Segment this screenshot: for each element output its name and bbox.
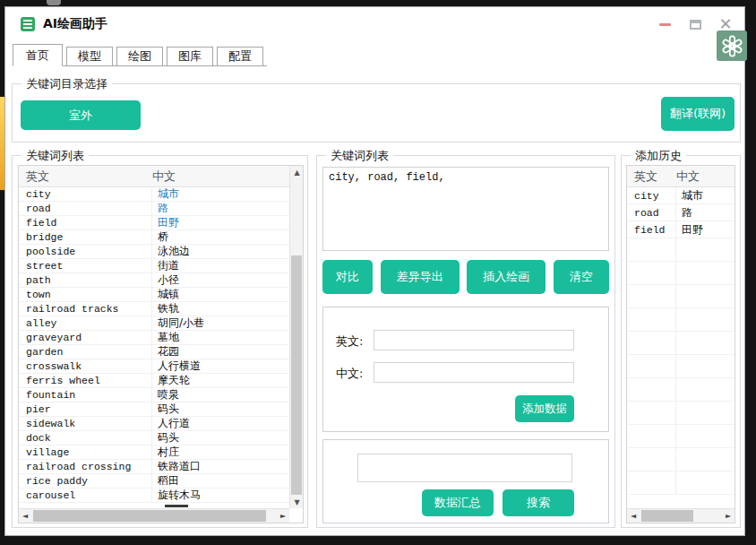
- clipped-row: [19, 503, 289, 507]
- keyword-english: sidewalk: [19, 417, 152, 430]
- tab-home[interactable]: 首页: [13, 44, 63, 66]
- history-row[interactable]: city城市: [627, 187, 735, 204]
- keyword-row[interactable]: village村庄: [19, 446, 289, 460]
- scroll-right-icon[interactable]: ►: [722, 509, 735, 523]
- keyword-english: field: [19, 216, 152, 229]
- history-empty-row: [627, 262, 735, 285]
- horizontal-scrollbar[interactable]: ◄ ►: [19, 508, 289, 523]
- keyword-row[interactable]: path小径: [19, 273, 289, 288]
- keyword-row[interactable]: street街道: [19, 259, 289, 273]
- horizontal-scroll-thumb[interactable]: [33, 510, 266, 522]
- history-empty-row: [627, 308, 735, 332]
- vertical-scrollbar[interactable]: ▲ ▼: [289, 166, 303, 508]
- english-input[interactable]: [374, 330, 574, 350]
- keyword-chinese: 铁路道口: [152, 459, 201, 474]
- history-scroll-thumb[interactable]: [641, 510, 693, 522]
- tab-drawing[interactable]: 绘图: [116, 47, 163, 65]
- keyword-chinese: 村庄: [152, 445, 179, 460]
- keyword-english: dock: [19, 431, 152, 445]
- search-input[interactable]: [357, 454, 572, 482]
- keyword-row[interactable]: railroad tracks铁轨: [19, 302, 289, 316]
- keyword-row[interactable]: carousel旋转木马: [19, 489, 289, 503]
- keyword-row[interactable]: crosswalk人行横道: [19, 359, 289, 374]
- keyword-row[interactable]: sidewalk人行道: [19, 417, 289, 431]
- history-chinese: 城市: [676, 188, 703, 203]
- history-row[interactable]: road路: [627, 204, 735, 221]
- keyword-english: path: [19, 273, 152, 287]
- history-empty-row: [627, 238, 735, 262]
- history-chinese: 田野: [676, 222, 703, 238]
- keyword-row[interactable]: pier码头: [19, 402, 289, 417]
- clear-button[interactable]: 清空: [554, 260, 609, 294]
- keyword-chinese: 胡同/小巷: [152, 316, 204, 331]
- history-english: road: [627, 204, 676, 221]
- insert-drawing-button[interactable]: 插入绘画: [467, 260, 546, 294]
- translate-online-button[interactable]: 翻译(联网): [661, 97, 735, 131]
- keyword-row[interactable]: alley胡同/小巷: [19, 316, 289, 331]
- keyword-english: town: [19, 288, 152, 301]
- keyword-row[interactable]: rice paddy稻田: [19, 474, 289, 489]
- keyword-chinese: 摩天轮: [152, 373, 190, 388]
- keyword-english: bridge: [19, 230, 152, 244]
- keyword-row[interactable]: fountain喷泉: [19, 388, 289, 402]
- history-english: field: [627, 221, 676, 238]
- keyword-chinese: 码头: [152, 402, 179, 417]
- keyword-row[interactable]: field田野: [19, 216, 289, 230]
- history-horizontal-scrollbar[interactable]: ◄ ►: [627, 508, 735, 523]
- keyword-row[interactable]: city城市: [19, 187, 289, 202]
- category-outdoor-button[interactable]: 室外: [21, 100, 141, 130]
- keyword-english: village: [19, 446, 152, 459]
- keyword-english: carousel: [19, 489, 152, 502]
- data-summary-button[interactable]: 数据汇总: [422, 489, 494, 516]
- keyword-chinese: 泳池边: [152, 244, 190, 259]
- history-column-english: 英文: [627, 169, 676, 185]
- scroll-left-icon[interactable]: ◄: [19, 509, 31, 523]
- maximize-icon[interactable]: [687, 16, 703, 32]
- compare-button[interactable]: 对比: [322, 260, 373, 294]
- keyword-english: ferris wheel: [19, 374, 152, 387]
- history-column-chinese: 中文: [676, 169, 700, 185]
- action-button-row: 对比差异导出插入绘画清空: [322, 260, 609, 294]
- scroll-up-icon[interactable]: ▲: [290, 166, 304, 178]
- scroll-down-icon[interactable]: ▼: [290, 496, 304, 508]
- keyword-row[interactable]: graveyard墓地: [19, 331, 289, 345]
- selected-keywords-title: 关键词列表: [326, 148, 393, 164]
- keyword-chinese: 墓地: [152, 330, 179, 345]
- vertical-scroll-thumb[interactable]: [291, 255, 302, 495]
- column-header-chinese: 中文: [152, 169, 176, 185]
- tab-gallery[interactable]: 图库: [167, 47, 213, 65]
- add-data-button[interactable]: 添加数据: [515, 395, 574, 422]
- keyword-row[interactable]: ferris wheel摩天轮: [19, 374, 289, 388]
- keyword-row[interactable]: poolside泳池边: [19, 245, 289, 259]
- history-row[interactable]: field田野: [627, 221, 735, 238]
- history-empty-row: [627, 402, 735, 425]
- keyword-row[interactable]: dock码头: [19, 431, 289, 446]
- category-groupbox-title: 关键词目录选择: [21, 76, 112, 92]
- tab-config[interactable]: 配置: [217, 47, 263, 65]
- keyword-chinese: 人行横道: [152, 359, 201, 374]
- keyword-chinese: 人行道: [152, 416, 190, 431]
- minimize-icon[interactable]: [657, 16, 673, 32]
- keyword-english: alley: [19, 316, 152, 330]
- selected-keywords-groupbox: 关键词列表 city, road, field, 对比差异导出插入绘画清空 英文…: [316, 155, 615, 528]
- tab-model[interactable]: 模型: [66, 47, 113, 65]
- keyword-row[interactable]: railroad crossing铁路道口: [19, 460, 289, 474]
- keyword-chinese: 桥: [152, 229, 168, 245]
- app-title: AI绘画助手: [43, 16, 107, 32]
- keyword-english: graveyard: [19, 331, 152, 344]
- keyword-row[interactable]: garden花园: [19, 345, 289, 359]
- selected-keywords-textarea[interactable]: city, road, field,: [322, 167, 609, 251]
- keyword-row[interactable]: bridge桥: [19, 230, 289, 245]
- keyword-table: 英文 中文 city城市road路field田野bridge桥poolside泳…: [18, 165, 304, 523]
- keyword-chinese: 花园: [152, 344, 179, 359]
- keyword-row[interactable]: road路: [19, 202, 289, 216]
- diff-export-button[interactable]: 差异导出: [381, 260, 460, 294]
- search-button[interactable]: 搜索: [503, 489, 574, 516]
- category-groupbox: 关键词目录选择 室外 翻译(联网): [12, 83, 741, 143]
- chinese-input[interactable]: [374, 362, 574, 383]
- keyword-row[interactable]: town城镇: [19, 288, 289, 302]
- scroll-left-icon[interactable]: ◄: [627, 509, 640, 523]
- keyword-list-title: 关键词列表: [21, 148, 89, 164]
- scroll-right-icon[interactable]: ►: [277, 509, 289, 523]
- keyword-english: crosswalk: [19, 359, 152, 373]
